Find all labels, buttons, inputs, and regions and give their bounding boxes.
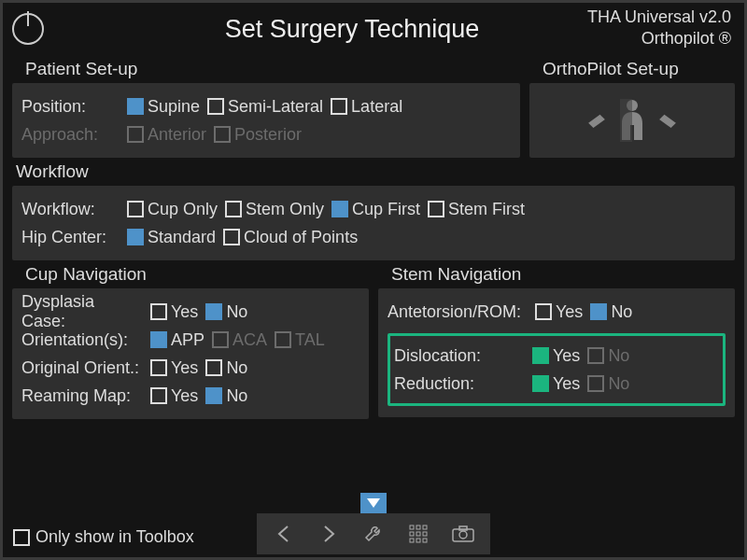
only-show-toolbox[interactable]: Only show in Toolbox: [13, 527, 194, 547]
stem-nav-label: Stem Navigation: [378, 260, 735, 288]
svg-rect-8: [410, 532, 414, 536]
camera-button[interactable]: [444, 517, 483, 551]
settings-button[interactable]: [354, 517, 393, 551]
svg-point-15: [459, 531, 467, 539]
svg-rect-16: [459, 526, 467, 530]
orient-app[interactable]: APP: [150, 330, 204, 350]
patient-setup-label: Patient Set-up: [12, 55, 520, 83]
reaming-label: Reaming Map:: [21, 386, 143, 406]
orig-orient-no[interactable]: No: [205, 358, 247, 378]
dysplasia-yes[interactable]: Yes: [150, 302, 198, 322]
highlight-box: Dislocation: Yes No Reduction: Yes No: [388, 333, 726, 406]
orient-tal-label: TAL: [295, 330, 325, 350]
antetorsion-no-label: No: [611, 302, 632, 322]
position-lateral[interactable]: Lateral: [331, 97, 402, 117]
svg-rect-11: [410, 539, 414, 542]
reaming-no[interactable]: No: [205, 386, 247, 406]
workflow-cup-first-label: Cup First: [352, 200, 420, 219]
hip-center-standard-label: Standard: [148, 228, 216, 247]
orig-orient-yes-label: Yes: [171, 358, 198, 378]
approach-label: Approach:: [21, 125, 120, 145]
version-block: THA Universal v2.0 Orthopilot ®: [587, 7, 731, 49]
reduction-label: Reduction:: [394, 374, 525, 394]
position-lateral-label: Lateral: [351, 97, 402, 117]
reaming-yes[interactable]: Yes: [150, 386, 198, 406]
svg-rect-5: [410, 525, 414, 529]
svg-rect-7: [423, 525, 427, 529]
dislocation-no-label: No: [608, 346, 629, 366]
workflow-label: Workflow:: [21, 200, 120, 219]
dysplasia-no-label: No: [226, 302, 247, 322]
chevron-left-icon: [274, 524, 294, 544]
workflow-cup-first[interactable]: Cup First: [331, 200, 420, 219]
position-semi-label: Semi-Lateral: [228, 97, 323, 117]
orig-orient-no-label: No: [226, 358, 247, 378]
orient-aca: ACA: [212, 330, 267, 350]
hip-center-standard[interactable]: Standard: [127, 228, 216, 247]
stem-nav-panel: Antetorsion/ROM: Yes No Dislocation: Yes…: [378, 288, 735, 417]
chevron-down-icon: [367, 498, 380, 508]
workflow-stem-first[interactable]: Stem First: [428, 200, 525, 219]
tracker-right-icon: [657, 113, 678, 128]
approach-posterior: Posterior: [214, 125, 302, 145]
svg-rect-12: [416, 539, 420, 542]
reaming-no-label: No: [226, 386, 247, 406]
next-button[interactable]: [309, 517, 348, 551]
dislocation-yes[interactable]: Yes: [532, 346, 580, 366]
dislocation-yes-label: Yes: [553, 346, 580, 366]
orientations-label: Orientation(s):: [21, 330, 143, 350]
bottom-toolbar: [257, 513, 490, 554]
hip-center-cloud-label: Cloud of Points: [244, 228, 358, 247]
orthopilot-setup-label: OrthoPilot Set-up: [529, 55, 735, 83]
version-line2: Orthopilot ®: [587, 28, 731, 49]
svg-marker-0: [588, 115, 605, 128]
chevron-right-icon: [318, 524, 339, 544]
orig-orient-label: Original Orient.:: [21, 358, 143, 378]
orient-aca-label: ACA: [233, 330, 267, 350]
svg-rect-6: [416, 525, 420, 529]
grid-icon: [409, 525, 428, 543]
workflow-stem-only[interactable]: Stem Only: [225, 200, 324, 219]
orient-app-label: APP: [171, 330, 204, 350]
workflow-stem-first-label: Stem First: [448, 200, 525, 219]
grid-button[interactable]: [399, 517, 438, 551]
svg-rect-10: [423, 532, 427, 536]
expand-up-button[interactable]: [360, 493, 387, 513]
reduction-no: No: [587, 374, 629, 394]
workflow-cup-only[interactable]: Cup Only: [127, 200, 218, 219]
workflow-stem-only-label: Stem Only: [246, 200, 324, 219]
workflow-cup-only-label: Cup Only: [148, 200, 218, 219]
position-supine[interactable]: Supine: [127, 97, 200, 117]
position-supine-label: Supine: [148, 97, 200, 117]
dislocation-label: Dislocation:: [394, 346, 525, 366]
orig-orient-yes[interactable]: Yes: [150, 358, 198, 378]
person-icon: [620, 99, 644, 142]
reduction-no-label: No: [608, 374, 629, 394]
camera-icon: [452, 525, 474, 542]
dysplasia-label: Dysplasia Case:: [21, 292, 143, 331]
position-semi[interactable]: Semi-Lateral: [207, 97, 323, 117]
orient-tal: TAL: [275, 330, 325, 350]
antetorsion-no[interactable]: No: [590, 302, 632, 322]
approach-posterior-label: Posterior: [234, 125, 302, 145]
only-show-label: Only show in Toolbox: [35, 527, 194, 547]
svg-rect-2: [620, 99, 632, 142]
prev-button[interactable]: [264, 517, 303, 551]
approach-anterior: Anterior: [127, 125, 206, 145]
hip-center-cloud[interactable]: Cloud of Points: [223, 228, 358, 247]
dysplasia-no[interactable]: No: [205, 302, 247, 322]
dislocation-no: No: [587, 346, 629, 366]
workflow-panel: Workflow: Cup Only Stem Only Cup First S…: [12, 186, 735, 260]
antetorsion-yes-label: Yes: [556, 302, 583, 322]
svg-marker-3: [659, 115, 676, 128]
tracker-left-icon: [586, 113, 607, 128]
orthopilot-setup-panel[interactable]: [529, 83, 735, 158]
reaming-yes-label: Yes: [171, 386, 198, 406]
svg-marker-4: [367, 498, 380, 508]
reduction-yes[interactable]: Yes: [532, 374, 580, 394]
svg-rect-9: [416, 532, 420, 536]
power-button[interactable]: [12, 13, 44, 45]
wrench-icon: [363, 524, 384, 544]
antetorsion-yes[interactable]: Yes: [535, 302, 583, 322]
cup-nav-panel: Dysplasia Case: Yes No Orientation(s): A…: [12, 288, 369, 419]
